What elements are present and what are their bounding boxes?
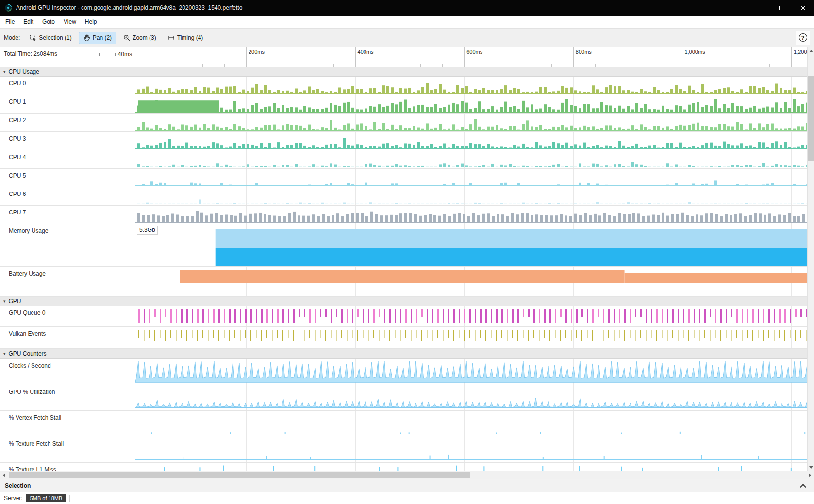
track-value-label: 5.3Gb	[137, 226, 158, 235]
ruler-tick-minor	[639, 64, 639, 67]
scroll-up-button[interactable]	[808, 47, 814, 54]
arrow-up-icon	[809, 48, 813, 52]
track-chart-cpu-6	[135, 187, 807, 205]
section-header-gpu-counters[interactable]: ▾GPU Counters	[0, 349, 807, 359]
track-row-texture-l1-miss: % Texture L1 Miss	[0, 463, 807, 471]
timeline-ruler: Total Time: 2s084ms 40ms 200ms400ms600ms…	[0, 47, 814, 67]
mode-button-zoom-3[interactable]: Zoom (3)	[118, 32, 161, 44]
track-chart-cpu-0	[135, 77, 807, 95]
ruler-scale-widget: 40ms	[99, 51, 132, 58]
ruler-tick-minor	[181, 64, 181, 67]
scale-bracket-icon	[99, 53, 116, 56]
track-timeline-cpu-1[interactable]	[135, 95, 807, 113]
menu-bar: FileEditGotoViewHelp	[0, 16, 814, 28]
ruler-tick-minor	[748, 64, 748, 67]
track-timeline-cpu-5[interactable]	[135, 169, 807, 187]
ruler-tick-minor	[661, 64, 661, 67]
vertical-scrollbar[interactable]	[807, 47, 814, 471]
track-timeline-gpu-utilization[interactable]	[135, 385, 807, 410]
track-timeline-cpu-6[interactable]	[135, 187, 807, 205]
track-timeline-cpu-2[interactable]	[135, 114, 807, 131]
mode-button-label: Pan (2)	[93, 34, 112, 41]
track-timeline-gpu-queue-0[interactable]	[135, 306, 807, 326]
track-label-cpu-1: CPU 1	[0, 95, 135, 113]
track-chart-battery-usage	[135, 267, 807, 296]
ruler-tick-major: 600ms	[464, 47, 465, 67]
track-label-texture-l1-miss: % Texture L1 Miss	[0, 463, 135, 471]
track-label-battery-usage: Battery Usage	[0, 267, 135, 296]
tracks-viewport: ▾CPU UsageCPU 0CPU 1CPU 2CPU 3CPU 4CPU 5…	[0, 67, 807, 471]
ruler-tick-minor	[224, 64, 225, 67]
section-header-cpu-usage[interactable]: ▾CPU Usage	[0, 67, 807, 77]
close-button[interactable]	[792, 0, 814, 16]
collapse-arrow-icon: ▾	[3, 299, 6, 304]
track-chart-vulkan-events	[135, 327, 807, 348]
scroll-right-button[interactable]	[806, 471, 814, 479]
selection-panel-header: Selection	[0, 479, 814, 492]
track-chart-gpu-queue-0	[135, 306, 807, 326]
track-chart-cpu-4	[135, 150, 807, 168]
expand-panel-icon[interactable]	[800, 484, 806, 490]
selection-panel-title: Selection	[5, 482, 31, 489]
menu-item-file[interactable]: File	[1, 16, 19, 28]
track-timeline-cpu-3[interactable]	[135, 132, 807, 150]
ruler-tick-minor	[377, 64, 377, 67]
track-timeline-cpu-0[interactable]	[135, 77, 807, 95]
ruler-timeline[interactable]: 200ms400ms600ms800ms1,000ms1,200ms	[135, 47, 807, 67]
track-row-cpu-0: CPU 0	[0, 77, 807, 95]
track-row-vertex-fetch-stall: % Vertex Fetch Stall	[0, 411, 807, 437]
ruler-tick-minor	[312, 64, 312, 67]
menu-item-view[interactable]: View	[59, 16, 81, 28]
window-title: Android GPU Inspector - com.google.andro…	[16, 4, 748, 11]
track-timeline-battery-usage[interactable]	[135, 267, 807, 296]
track-row-gpu-queue-0: GPU Queue 0	[0, 306, 807, 327]
track-label-cpu-6: CPU 6	[0, 187, 135, 205]
section-title: GPU	[9, 298, 21, 305]
menu-item-goto[interactable]: Goto	[38, 16, 59, 28]
track-label-cpu-4: CPU 4	[0, 150, 135, 168]
mode-button-timing-4[interactable]: Timing (4)	[163, 32, 208, 44]
timeline-main: Total Time: 2s084ms 40ms 200ms400ms600ms…	[0, 47, 814, 471]
track-label-cpu-5: CPU 5	[0, 169, 135, 187]
mode-button-label: Selection (1)	[39, 34, 71, 41]
track-timeline-vulkan-events[interactable]	[135, 327, 807, 348]
mode-label: Mode:	[4, 34, 20, 41]
menu-item-help[interactable]: Help	[81, 16, 101, 28]
ruler-tick-minor	[508, 64, 508, 67]
track-label-vertex-fetch-stall: % Vertex Fetch Stall	[0, 411, 135, 437]
mode-button-pan-2[interactable]: Pan (2)	[79, 32, 116, 44]
track-timeline-vertex-fetch-stall[interactable]	[135, 411, 807, 437]
section-header-gpu[interactable]: ▾GPU	[0, 297, 807, 306]
vertical-scrollbar-thumb[interactable]	[808, 76, 814, 161]
ruler-tick-minor	[442, 64, 443, 67]
help-button[interactable]: ?	[796, 31, 810, 45]
ruler-tick-label: 1,000ms	[684, 49, 705, 55]
track-timeline-memory-usage[interactable]: 5.3Gb	[135, 224, 807, 266]
track-timeline-texture-l1-miss[interactable]	[135, 463, 807, 471]
scroll-left-button[interactable]	[0, 471, 8, 479]
track-row-cpu-5: CPU 5	[0, 169, 807, 187]
ruler-tick-label: 600ms	[466, 49, 482, 55]
toolbar: Mode: Selection (1)Pan (2)Zoom (3)Timing…	[0, 28, 814, 47]
track-label-clocks-second: Clocks / Second	[0, 359, 135, 385]
maximize-button[interactable]	[770, 0, 792, 16]
menu-item-edit[interactable]: Edit	[19, 16, 38, 28]
minimize-icon	[757, 8, 762, 8]
track-chart-vertex-fetch-stall	[135, 411, 807, 437]
track-timeline-texture-fetch-stall[interactable]	[135, 437, 807, 462]
scroll-down-button[interactable]	[808, 464, 814, 471]
mode-buttons: Selection (1)Pan (2)Zoom (3)Timing (4)	[25, 32, 210, 44]
minimize-button[interactable]	[748, 0, 770, 16]
track-timeline-cpu-7[interactable]	[135, 206, 807, 224]
track-label-cpu-3: CPU 3	[0, 132, 135, 150]
track-chart-cpu-2	[135, 114, 807, 131]
track-timeline-cpu-4[interactable]	[135, 150, 807, 168]
track-label-cpu-0: CPU 0	[0, 77, 135, 95]
status-separator	[69, 495, 70, 502]
ruler-tick-label: 200ms	[249, 49, 265, 55]
horizontal-scrollbar[interactable]	[0, 471, 814, 479]
maximize-icon	[779, 6, 783, 10]
horizontal-scrollbar-thumb[interactable]	[9, 472, 470, 478]
mode-button-selection-1[interactable]: Selection (1)	[25, 32, 76, 44]
track-timeline-clocks-second[interactable]	[135, 359, 807, 385]
